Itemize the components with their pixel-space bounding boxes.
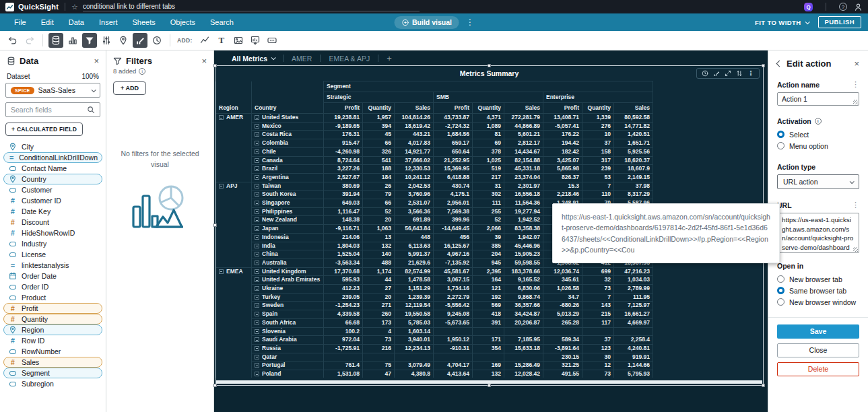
fit-to-width-dropdown[interactable]: FIT TO WIDTH [755, 19, 808, 26]
value-cell[interactable]: 230.15 [543, 353, 582, 362]
value-cell[interactable]: 44,866.89 [504, 122, 543, 131]
value-cell[interactable]: 2,042.53 [395, 182, 434, 191]
value-cell[interactable]: 56,643.84 [395, 225, 434, 234]
field-item-sales[interactable]: #Sales [3, 357, 102, 368]
close-icon[interactable]: × [94, 57, 99, 65]
value-cell[interactable]: 184 [363, 173, 395, 182]
value-cell[interactable]: 14,921.77 [395, 147, 434, 156]
value-cell[interactable]: 16,556.18 [504, 191, 543, 199]
value-cell[interactable]: 7,569.38 [434, 207, 473, 216]
analysis-title-input[interactable]: conditional link to different tabs [83, 3, 420, 11]
country-cell[interactable]: Spain [252, 310, 324, 319]
value-cell[interactable]: 3,079.49 [395, 362, 434, 370]
value-cell[interactable]: 20,206.87 [504, 318, 543, 327]
value-cell[interactable]: 20 [363, 293, 395, 302]
value-cell[interactable]: 5,785.03 [395, 318, 434, 327]
value-cell[interactable]: 18,619.42 [395, 122, 434, 131]
value-cell[interactable]: 3,227.26 [324, 165, 363, 174]
field-item-industry[interactable]: Industry [3, 238, 102, 249]
value-cell[interactable]: 488 [363, 259, 395, 267]
value-cell[interactable]: -2,724.32 [434, 122, 473, 131]
value-cell[interactable]: 2,301.97 [504, 182, 543, 191]
value-cell[interactable]: 1,603.14 [395, 327, 434, 336]
region-cell-emea[interactable]: EMEA [216, 267, 252, 378]
collapse-icon[interactable] [255, 295, 259, 300]
action-type-select[interactable]: URL action [777, 174, 859, 189]
collapse-icon[interactable] [255, 184, 259, 188]
value-cell[interactable]: 36,357.66 [504, 302, 543, 310]
value-cell[interactable]: 53 [582, 173, 614, 182]
collapse-icon[interactable] [255, 269, 259, 274]
value-cell[interactable] [582, 327, 614, 336]
value-cell[interactable]: 27 [363, 285, 395, 294]
value-cell[interactable] [434, 353, 473, 362]
value-cell[interactable]: 12,330.53 [395, 165, 434, 174]
value-cell[interactable] [504, 353, 543, 362]
country-cell[interactable]: United Arab Emirates [252, 276, 324, 285]
value-cell[interactable]: 66 [363, 199, 395, 208]
value-cell[interactable]: 826.37 [543, 173, 582, 182]
close-icon[interactable]: × [854, 59, 859, 68]
field-item-license[interactable]: License [3, 249, 102, 260]
value-cell[interactable]: 6,418.88 [434, 173, 473, 182]
value-cell[interactable]: 171 [473, 336, 504, 345]
value-cell[interactable]: 391.94 [324, 191, 363, 199]
collapse-icon[interactable] [255, 192, 259, 197]
value-cell[interactable]: 37 [582, 336, 614, 345]
value-cell[interactable]: 4 [363, 327, 395, 336]
value-cell[interactable]: 204 [473, 250, 504, 259]
dataset-selector[interactable]: SPICE SaaS-Sales [5, 83, 100, 98]
field-item-customer[interactable]: Customer [3, 184, 102, 195]
country-cell[interactable]: United States [252, 114, 324, 123]
menu-item-file[interactable]: File [7, 18, 34, 26]
info-icon[interactable]: i [815, 118, 822, 125]
radio-selected-icon[interactable] [777, 131, 784, 138]
value-cell[interactable]: 15,369.95 [434, 165, 473, 174]
value-cell[interactable]: -680.26 [543, 302, 582, 310]
menu-item-search[interactable]: Search [203, 18, 241, 26]
value-cell[interactable]: 12,036.74 [543, 267, 582, 276]
field-item-customer-id[interactable]: #Customer ID [3, 195, 102, 206]
value-cell[interactable]: 17,370.68 [324, 267, 363, 276]
value-cell[interactable]: 13,408.71 [543, 114, 582, 123]
country-cell[interactable]: Mexico [252, 122, 324, 131]
activation-option-menu-option[interactable]: Menu option [777, 140, 859, 151]
field-item-subregion[interactable]: Subregion [3, 378, 102, 389]
value-cell[interactable]: 4,017.83 [395, 139, 434, 148]
value-cell[interactable]: 5,601.21 [504, 131, 543, 139]
value-cell[interactable]: 39 [473, 233, 504, 242]
country-cell[interactable]: New Zealand [252, 216, 324, 225]
field-item-profit[interactable]: #Profit [3, 303, 102, 314]
sheet-tab-amer[interactable]: AMER [283, 50, 320, 66]
country-cell[interactable]: Poland [252, 370, 324, 378]
country-cell[interactable]: Brazil [252, 165, 324, 174]
value-cell[interactable]: 418 [473, 310, 504, 319]
value-cell[interactable]: 265.28 [543, 318, 582, 327]
value-cell[interactable]: 104,814.26 [395, 114, 434, 123]
field-item-discount[interactable]: #Discount [3, 217, 102, 228]
value-cell[interactable]: 394 [363, 122, 395, 131]
value-cell[interactable]: 111.95 [614, 293, 653, 302]
value-cell[interactable]: 47 [363, 370, 395, 378]
value-cell[interactable]: 3,760.96 [395, 191, 434, 199]
country-cell[interactable]: Sweden [252, 302, 324, 310]
field-item-date-key[interactable]: #Date Key [3, 206, 102, 217]
collapse-icon[interactable] [219, 269, 224, 274]
value-cell[interactable]: 30 [582, 353, 614, 362]
value-cell[interactable]: 1,025 [473, 156, 504, 165]
value-cell[interactable]: 1,089 [473, 122, 504, 131]
value-cell[interactable]: 443.21 [395, 131, 434, 139]
value-cell[interactable] [543, 327, 582, 336]
value-cell[interactable]: 75 [363, 362, 395, 370]
country-cell[interactable]: United Kingdom [252, 267, 324, 276]
value-cell[interactable]: 2,956.01 [434, 199, 473, 208]
value-cell[interactable]: 380.69 [324, 182, 363, 191]
value-cell[interactable]: 255 [473, 207, 504, 216]
country-cell[interactable]: Philippines [252, 207, 324, 216]
value-cell[interactable]: 317 [582, 156, 614, 165]
value-cell[interactable]: 399.96 [434, 216, 473, 225]
field-item-region[interactable]: Region [3, 324, 102, 335]
add-sheet-button[interactable]: + [378, 53, 400, 63]
value-cell[interactable]: 10,241.12 [395, 173, 434, 182]
field-item-segment[interactable]: Segment [3, 368, 102, 378]
